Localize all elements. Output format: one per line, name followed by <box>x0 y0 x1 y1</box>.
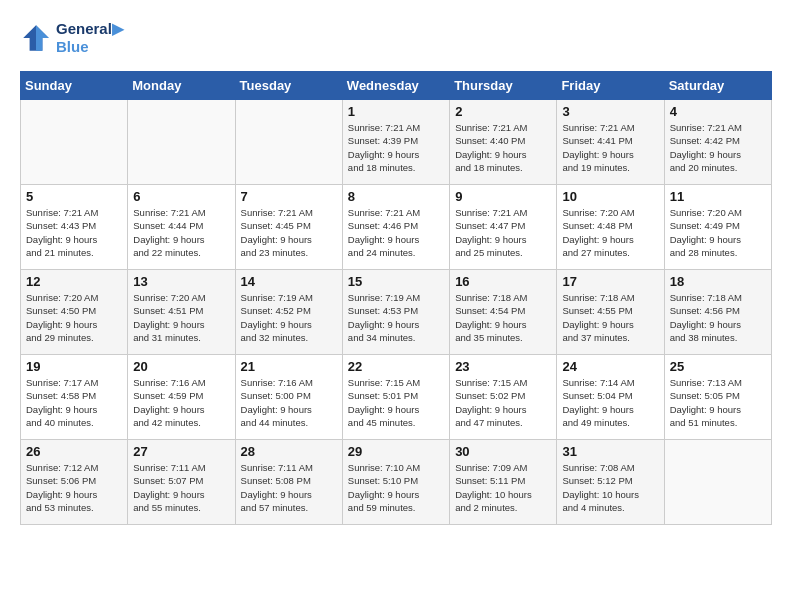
day-info: Sunrise: 7:09 AM Sunset: 5:11 PM Dayligh… <box>455 461 551 514</box>
week-row-4: 26Sunrise: 7:12 AM Sunset: 5:06 PM Dayli… <box>21 440 772 525</box>
day-number: 3 <box>562 104 658 119</box>
day-number: 18 <box>670 274 766 289</box>
day-number: 15 <box>348 274 444 289</box>
weekday-header-friday: Friday <box>557 72 664 100</box>
day-info: Sunrise: 7:19 AM Sunset: 4:53 PM Dayligh… <box>348 291 444 344</box>
week-row-2: 12Sunrise: 7:20 AM Sunset: 4:50 PM Dayli… <box>21 270 772 355</box>
day-number: 23 <box>455 359 551 374</box>
day-number: 4 <box>670 104 766 119</box>
logo-icon <box>20 22 52 54</box>
calendar-cell <box>235 100 342 185</box>
day-info: Sunrise: 7:21 AM Sunset: 4:46 PM Dayligh… <box>348 206 444 259</box>
day-number: 25 <box>670 359 766 374</box>
day-info: Sunrise: 7:21 AM Sunset: 4:40 PM Dayligh… <box>455 121 551 174</box>
day-number: 6 <box>133 189 229 204</box>
weekday-header-sunday: Sunday <box>21 72 128 100</box>
day-info: Sunrise: 7:21 AM Sunset: 4:45 PM Dayligh… <box>241 206 337 259</box>
calendar-cell <box>128 100 235 185</box>
logo: General▶ Blue <box>20 20 124 55</box>
day-number: 26 <box>26 444 122 459</box>
day-info: Sunrise: 7:20 AM Sunset: 4:48 PM Dayligh… <box>562 206 658 259</box>
calendar-cell: 4Sunrise: 7:21 AM Sunset: 4:42 PM Daylig… <box>664 100 771 185</box>
day-info: Sunrise: 7:21 AM Sunset: 4:43 PM Dayligh… <box>26 206 122 259</box>
calendar-table: SundayMondayTuesdayWednesdayThursdayFrid… <box>20 71 772 525</box>
day-number: 12 <box>26 274 122 289</box>
day-info: Sunrise: 7:20 AM Sunset: 4:49 PM Dayligh… <box>670 206 766 259</box>
calendar-cell: 22Sunrise: 7:15 AM Sunset: 5:01 PM Dayli… <box>342 355 449 440</box>
weekday-header-row: SundayMondayTuesdayWednesdayThursdayFrid… <box>21 72 772 100</box>
calendar-cell: 13Sunrise: 7:20 AM Sunset: 4:51 PM Dayli… <box>128 270 235 355</box>
calendar-cell: 29Sunrise: 7:10 AM Sunset: 5:10 PM Dayli… <box>342 440 449 525</box>
day-info: Sunrise: 7:21 AM Sunset: 4:42 PM Dayligh… <box>670 121 766 174</box>
calendar-cell: 11Sunrise: 7:20 AM Sunset: 4:49 PM Dayli… <box>664 185 771 270</box>
day-number: 31 <box>562 444 658 459</box>
calendar-cell: 17Sunrise: 7:18 AM Sunset: 4:55 PM Dayli… <box>557 270 664 355</box>
day-number: 22 <box>348 359 444 374</box>
day-info: Sunrise: 7:10 AM Sunset: 5:10 PM Dayligh… <box>348 461 444 514</box>
calendar-cell: 14Sunrise: 7:19 AM Sunset: 4:52 PM Dayli… <box>235 270 342 355</box>
day-number: 27 <box>133 444 229 459</box>
day-number: 7 <box>241 189 337 204</box>
weekday-header-thursday: Thursday <box>450 72 557 100</box>
day-info: Sunrise: 7:20 AM Sunset: 4:51 PM Dayligh… <box>133 291 229 344</box>
calendar-cell: 2Sunrise: 7:21 AM Sunset: 4:40 PM Daylig… <box>450 100 557 185</box>
weekday-header-monday: Monday <box>128 72 235 100</box>
day-number: 29 <box>348 444 444 459</box>
calendar-cell: 7Sunrise: 7:21 AM Sunset: 4:45 PM Daylig… <box>235 185 342 270</box>
calendar-cell: 20Sunrise: 7:16 AM Sunset: 4:59 PM Dayli… <box>128 355 235 440</box>
calendar-cell: 16Sunrise: 7:18 AM Sunset: 4:54 PM Dayli… <box>450 270 557 355</box>
day-info: Sunrise: 7:16 AM Sunset: 5:00 PM Dayligh… <box>241 376 337 429</box>
day-number: 28 <box>241 444 337 459</box>
day-number: 16 <box>455 274 551 289</box>
calendar-cell: 3Sunrise: 7:21 AM Sunset: 4:41 PM Daylig… <box>557 100 664 185</box>
day-info: Sunrise: 7:21 AM Sunset: 4:39 PM Dayligh… <box>348 121 444 174</box>
day-info: Sunrise: 7:19 AM Sunset: 4:52 PM Dayligh… <box>241 291 337 344</box>
day-number: 19 <box>26 359 122 374</box>
calendar-cell: 23Sunrise: 7:15 AM Sunset: 5:02 PM Dayli… <box>450 355 557 440</box>
day-info: Sunrise: 7:12 AM Sunset: 5:06 PM Dayligh… <box>26 461 122 514</box>
calendar-cell: 8Sunrise: 7:21 AM Sunset: 4:46 PM Daylig… <box>342 185 449 270</box>
calendar-cell <box>21 100 128 185</box>
day-number: 9 <box>455 189 551 204</box>
day-number: 14 <box>241 274 337 289</box>
day-number: 21 <box>241 359 337 374</box>
day-info: Sunrise: 7:11 AM Sunset: 5:07 PM Dayligh… <box>133 461 229 514</box>
week-row-3: 19Sunrise: 7:17 AM Sunset: 4:58 PM Dayli… <box>21 355 772 440</box>
calendar-cell: 27Sunrise: 7:11 AM Sunset: 5:07 PM Dayli… <box>128 440 235 525</box>
week-row-1: 5Sunrise: 7:21 AM Sunset: 4:43 PM Daylig… <box>21 185 772 270</box>
calendar-cell: 15Sunrise: 7:19 AM Sunset: 4:53 PM Dayli… <box>342 270 449 355</box>
day-info: Sunrise: 7:18 AM Sunset: 4:54 PM Dayligh… <box>455 291 551 344</box>
calendar-cell: 9Sunrise: 7:21 AM Sunset: 4:47 PM Daylig… <box>450 185 557 270</box>
page-header: General▶ Blue <box>20 20 772 55</box>
day-info: Sunrise: 7:21 AM Sunset: 4:44 PM Dayligh… <box>133 206 229 259</box>
day-number: 5 <box>26 189 122 204</box>
week-row-0: 1Sunrise: 7:21 AM Sunset: 4:39 PM Daylig… <box>21 100 772 185</box>
calendar-cell: 6Sunrise: 7:21 AM Sunset: 4:44 PM Daylig… <box>128 185 235 270</box>
day-info: Sunrise: 7:11 AM Sunset: 5:08 PM Dayligh… <box>241 461 337 514</box>
day-info: Sunrise: 7:16 AM Sunset: 4:59 PM Dayligh… <box>133 376 229 429</box>
weekday-header-saturday: Saturday <box>664 72 771 100</box>
calendar-cell: 31Sunrise: 7:08 AM Sunset: 5:12 PM Dayli… <box>557 440 664 525</box>
day-info: Sunrise: 7:17 AM Sunset: 4:58 PM Dayligh… <box>26 376 122 429</box>
calendar-cell <box>664 440 771 525</box>
calendar-cell: 1Sunrise: 7:21 AM Sunset: 4:39 PM Daylig… <box>342 100 449 185</box>
weekday-header-wednesday: Wednesday <box>342 72 449 100</box>
calendar-cell: 10Sunrise: 7:20 AM Sunset: 4:48 PM Dayli… <box>557 185 664 270</box>
calendar-cell: 18Sunrise: 7:18 AM Sunset: 4:56 PM Dayli… <box>664 270 771 355</box>
day-info: Sunrise: 7:15 AM Sunset: 5:02 PM Dayligh… <box>455 376 551 429</box>
day-number: 10 <box>562 189 658 204</box>
logo-text: General▶ Blue <box>56 20 124 55</box>
day-number: 2 <box>455 104 551 119</box>
calendar-cell: 12Sunrise: 7:20 AM Sunset: 4:50 PM Dayli… <box>21 270 128 355</box>
day-info: Sunrise: 7:18 AM Sunset: 4:55 PM Dayligh… <box>562 291 658 344</box>
day-number: 8 <box>348 189 444 204</box>
day-info: Sunrise: 7:14 AM Sunset: 5:04 PM Dayligh… <box>562 376 658 429</box>
calendar-cell: 24Sunrise: 7:14 AM Sunset: 5:04 PM Dayli… <box>557 355 664 440</box>
day-number: 11 <box>670 189 766 204</box>
day-info: Sunrise: 7:20 AM Sunset: 4:50 PM Dayligh… <box>26 291 122 344</box>
day-number: 17 <box>562 274 658 289</box>
day-number: 20 <box>133 359 229 374</box>
calendar-cell: 5Sunrise: 7:21 AM Sunset: 4:43 PM Daylig… <box>21 185 128 270</box>
day-number: 30 <box>455 444 551 459</box>
calendar-cell: 28Sunrise: 7:11 AM Sunset: 5:08 PM Dayli… <box>235 440 342 525</box>
